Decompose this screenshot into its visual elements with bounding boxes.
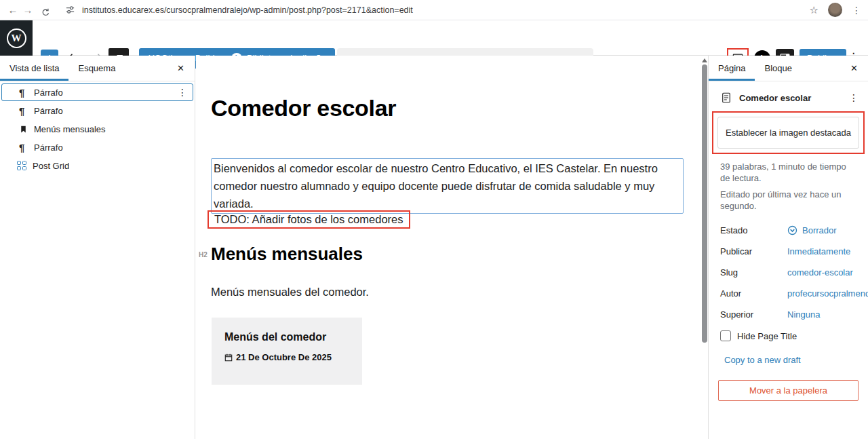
list-item-label: Párrafo — [34, 142, 63, 153]
card-title: Menús del comedor — [224, 331, 362, 343]
wordpress-logo-button[interactable]: W — [0, 20, 33, 56]
browser-chrome: ← → institutos.educarex.es/cursocpralmen… — [0, 0, 868, 20]
meta-label: Publicar — [720, 246, 787, 256]
list-item-post-grid[interactable]: Post Grid — [1, 157, 193, 174]
scrollbar-thumb[interactable] — [702, 64, 707, 343]
meta-label: Slug — [720, 267, 787, 278]
browser-forward-icon[interactable]: → — [20, 0, 35, 20]
paragraph-block[interactable]: Menús mensuales del comedor. — [211, 286, 369, 299]
settings-tabs: Página Bloque ✕ — [709, 56, 868, 81]
page-title[interactable]: Comedor escolar — [211, 95, 396, 121]
meta-label: Superior — [720, 309, 787, 320]
tab-pagina[interactable]: Página — [709, 56, 755, 81]
block-list: ¶ Párrafo ⋮ ¶ Párrafo Menús mensuales ¶ … — [0, 81, 195, 177]
meta-row-superior: Superior Ninguna — [720, 309, 868, 320]
list-item-menus-mensuales[interactable]: Menús mensuales — [1, 120, 193, 138]
hide-page-title-row: Hide Page Title — [720, 330, 856, 341]
tab-vista-de-lista[interactable]: Vista de lista — [0, 56, 68, 81]
list-item-paragraph-3[interactable]: ¶ Párrafo — [1, 138, 193, 156]
page-options-icon[interactable]: ⋮ — [849, 92, 859, 103]
draft-status-icon — [787, 225, 797, 235]
list-item-label: Menús mensuales — [34, 124, 106, 134]
grid-icon — [17, 161, 26, 170]
meta-label: Estado — [720, 225, 787, 235]
paragraph-block-selected[interactable]: Bienvenidos al comedor escolar de nuestr… — [211, 158, 684, 214]
page-meta: Estado Borrador Publicar Inmediatamente … — [720, 225, 868, 320]
heading-menus-mensuales[interactable]: Menús mensuales — [211, 244, 363, 265]
paragraph-icon: ¶ — [19, 87, 28, 98]
tab-esquema[interactable]: Esquema — [68, 56, 125, 81]
meta-row-slug: Slug comedor-escolar — [720, 267, 868, 278]
document-icon — [720, 92, 732, 104]
heading-level-tag: H2 — [199, 251, 208, 259]
list-view-panel: Vista de lista Esquema ✕ ¶ Párrafo ⋮ ¶ P… — [0, 56, 195, 439]
tab-bloque[interactable]: Bloque — [755, 56, 801, 81]
scrollbar-up-arrow[interactable] — [702, 58, 707, 62]
list-item-label: Post Grid — [33, 161, 69, 171]
document-title: Comedor escolar — [739, 93, 811, 103]
meta-label: Autor — [720, 288, 787, 299]
document-summary-row: Comedor escolar ⋮ — [709, 81, 868, 109]
browser-back-icon[interactable]: ← — [5, 0, 20, 20]
hide-page-title-label: Hide Page Title — [737, 331, 797, 341]
author-value[interactable]: profecursocpralmendrale — [787, 288, 868, 299]
card-date-row: 21 De Octubre De 2025 — [224, 352, 362, 362]
wordpress-w-icon: W — [7, 28, 26, 48]
bookmark-star-icon[interactable]: ☆ — [810, 4, 818, 16]
url-bar[interactable]: institutos.educarex.es/cursocpralmendral… — [82, 5, 810, 15]
browser-reload-icon[interactable] — [38, 3, 53, 18]
browser-menu-icon[interactable]: ⋮ — [852, 5, 861, 16]
slug-value[interactable]: comedor-escolar — [787, 267, 853, 278]
list-item-label: Párrafo — [34, 106, 63, 116]
profile-avatar[interactable] — [828, 3, 842, 17]
paragraph-icon: ¶ — [19, 105, 28, 117]
todo-paragraph-annotated[interactable]: TODO: Añadir fotos de los comedores — [208, 210, 410, 229]
meta-row-estado: Estado Borrador — [720, 225, 868, 235]
calendar-icon — [224, 354, 233, 362]
post-grid-card[interactable]: Menús del comedor 21 De Octubre De 2025 — [212, 318, 362, 385]
editor-canvas: Comedor escolar Bienvenidos al comedor e… — [196, 56, 708, 439]
set-featured-image-button[interactable]: Establecer la imagen destacada — [717, 117, 859, 149]
card-date: 21 De Octubre De 2025 — [236, 352, 332, 362]
bookmark-icon — [19, 125, 28, 134]
list-item-paragraph-1[interactable]: ¶ Párrafo ⋮ — [1, 83, 193, 101]
featured-image-annotation-box: Establecer la imagen destacada — [712, 111, 865, 154]
status-value[interactable]: Borrador — [787, 225, 837, 235]
copy-to-new-draft-link[interactable]: Copy to a new draft — [724, 355, 856, 365]
settings-sidebar: Página Bloque ✕ Comedor escolar ⋮ Establ… — [708, 56, 868, 439]
publish-date-value[interactable]: Inmediatamente — [787, 246, 850, 256]
word-count-text: 39 palabras, 1 minuto de tiempo de lectu… — [720, 161, 856, 184]
parent-value[interactable]: Ninguna — [787, 309, 820, 320]
close-list-view-icon[interactable]: ✕ — [167, 56, 195, 81]
status-text: Borrador — [802, 225, 837, 235]
paragraph-icon: ¶ — [19, 142, 28, 153]
close-settings-icon[interactable]: ✕ — [840, 56, 868, 81]
meta-row-autor: Autor profecursocpralmendrale — [720, 288, 868, 299]
site-info-icon[interactable] — [65, 5, 75, 15]
move-to-trash-button[interactable]: Mover a la papelera — [718, 380, 859, 401]
list-view-tabs: Vista de lista Esquema ✕ — [0, 56, 195, 81]
hide-page-title-checkbox[interactable] — [720, 330, 731, 341]
meta-row-publicar: Publicar Inmediatamente — [720, 246, 868, 256]
editor-top-bar: W + YOOtheme Builder ϟ Biblioteca de dis… — [0, 20, 868, 56]
list-item-label: Párrafo — [34, 88, 63, 98]
list-item-paragraph-2[interactable]: ¶ Párrafo — [1, 102, 193, 119]
last-edited-text: Editado por última vez hace un segundo. — [720, 189, 856, 212]
block-options-icon[interactable]: ⋮ — [178, 87, 187, 98]
